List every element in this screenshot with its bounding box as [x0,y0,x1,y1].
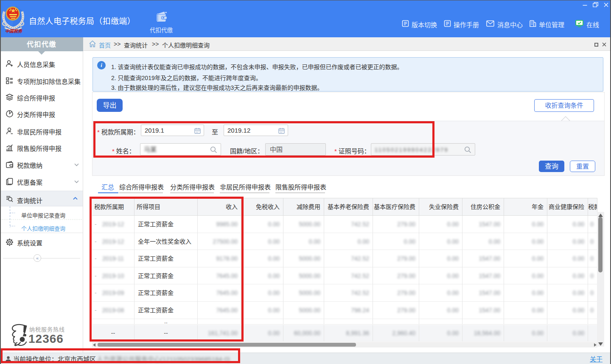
svg-text:中国税务: 中国税务 [5,29,23,33]
